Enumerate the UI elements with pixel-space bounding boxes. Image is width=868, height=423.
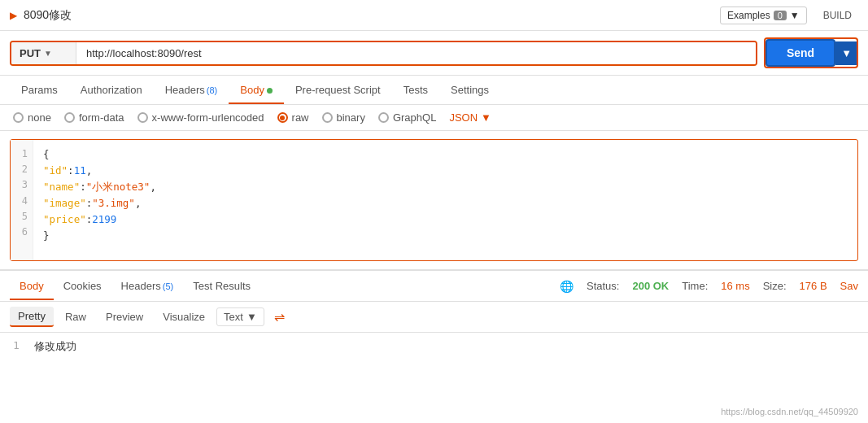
- method-dropdown-icon: ▼: [44, 49, 52, 58]
- time-label: Time:: [682, 280, 708, 292]
- status-label: Status:: [587, 280, 619, 292]
- response-content: 修改成功: [34, 339, 76, 354]
- radio-urlencoded-label: x-www-form-urlencoded: [152, 111, 264, 124]
- radio-binary-label: binary: [337, 111, 365, 124]
- send-button[interactable]: Send: [765, 39, 835, 67]
- tab-body[interactable]: Body: [229, 77, 284, 104]
- json-format-dropdown[interactable]: JSON ▼: [449, 111, 491, 124]
- view-preview-button[interactable]: Preview: [98, 307, 151, 326]
- url-bar: PUT ▼ Send ▼: [0, 31, 868, 76]
- tab-authorization[interactable]: Authorization: [69, 77, 154, 104]
- time-value: 16 ms: [721, 280, 749, 292]
- radio-graphql-label: GraphQL: [393, 111, 436, 124]
- send-dropdown-button[interactable]: ▼: [835, 41, 857, 65]
- word-wrap-button[interactable]: ⇌: [274, 309, 285, 325]
- tab-headers[interactable]: Headers(8): [154, 77, 229, 104]
- size-value: 176 B: [800, 280, 827, 292]
- resp-tab-body[interactable]: Body: [10, 273, 54, 300]
- resp-tab-cookies[interactable]: Cookies: [54, 273, 111, 300]
- expand-icon[interactable]: ▶: [10, 10, 17, 21]
- response-line-number: 1: [13, 339, 21, 351]
- resp-headers-badge: (5): [163, 281, 173, 291]
- tab-pre-request[interactable]: Pre-request Script: [284, 77, 392, 104]
- examples-button[interactable]: Examples 0 ▼: [720, 7, 807, 24]
- url-input-wrapper: PUT ▼: [10, 41, 757, 66]
- view-row: Pretty Raw Preview Visualize Text ▼ ⇌: [0, 302, 868, 333]
- build-button[interactable]: BUILD: [817, 7, 858, 24]
- tab-params[interactable]: Params: [10, 77, 69, 104]
- request-tabs: Params Authorization Headers(8) Body Pre…: [0, 76, 868, 105]
- radio-raw-circle: [277, 112, 288, 123]
- radio-binary-circle: [322, 112, 333, 123]
- json-format-label: JSON: [449, 111, 478, 124]
- examples-label: Examples: [727, 10, 770, 21]
- code-content[interactable]: { "id":11, "name":"小米note3", "image":"3.…: [33, 140, 166, 260]
- text-format-dropdown[interactable]: Text ▼: [216, 307, 264, 326]
- view-raw-button[interactable]: Raw: [57, 307, 94, 326]
- top-bar-left: ▶ 8090修改: [10, 8, 72, 23]
- send-button-wrapper: Send ▼: [764, 37, 858, 68]
- method-label: PUT: [20, 47, 41, 59]
- radio-raw-label: raw: [292, 111, 309, 124]
- radio-graphql-circle: [378, 112, 389, 123]
- view-visualize-button[interactable]: Visualize: [155, 307, 213, 326]
- view-pretty-button[interactable]: Pretty: [10, 307, 54, 327]
- method-selector[interactable]: PUT ▼: [11, 42, 76, 64]
- radio-form-data-circle: [64, 112, 75, 123]
- radio-none-circle: [13, 112, 24, 123]
- examples-badge: 0: [774, 11, 787, 20]
- radio-graphql[interactable]: GraphQL: [378, 111, 436, 124]
- save-response-button[interactable]: Sav: [840, 280, 858, 292]
- body-type-row: none form-data x-www-form-urlencoded raw…: [0, 105, 868, 131]
- globe-icon: 🌐: [560, 280, 574, 293]
- response-section: Body Cookies Headers(5) Test Results 🌐 S…: [0, 269, 868, 365]
- radio-binary[interactable]: binary: [322, 111, 365, 124]
- code-editor[interactable]: 1 2 3 4 5 6 { "id":11, "name":"小米note3",…: [10, 139, 858, 261]
- radio-form-data[interactable]: form-data: [64, 111, 124, 124]
- response-status-area: 🌐 Status: 200 OK Time: 16 ms Size: 176 B…: [560, 280, 858, 293]
- text-format-label: Text: [224, 311, 243, 323]
- radio-urlencoded-circle: [137, 112, 148, 123]
- top-bar-right: Examples 0 ▼ BUILD: [720, 7, 858, 24]
- url-input[interactable]: [76, 42, 756, 64]
- request-title: 8090修改: [24, 8, 72, 23]
- text-dropdown-icon: ▼: [246, 311, 257, 323]
- json-dropdown-icon: ▼: [481, 111, 491, 124]
- headers-badge: (8): [207, 85, 217, 95]
- status-value: 200 OK: [632, 280, 669, 292]
- line-numbers: 1 2 3 4 5 6: [11, 140, 33, 260]
- response-body: 1 修改成功: [0, 333, 868, 365]
- resp-tab-headers[interactable]: Headers(5): [111, 273, 184, 300]
- resp-tab-test-results[interactable]: Test Results: [183, 273, 260, 300]
- radio-form-data-label: form-data: [79, 111, 124, 124]
- top-bar: ▶ 8090修改 Examples 0 ▼ BUILD: [0, 0, 868, 31]
- radio-none[interactable]: none: [13, 111, 51, 124]
- tab-tests[interactable]: Tests: [392, 77, 439, 104]
- radio-raw[interactable]: raw: [277, 111, 309, 124]
- response-tabs-row: Body Cookies Headers(5) Test Results 🌐 S…: [0, 271, 868, 302]
- size-label: Size:: [763, 280, 787, 292]
- radio-urlencoded[interactable]: x-www-form-urlencoded: [137, 111, 264, 124]
- body-dot: [267, 88, 273, 94]
- tab-settings[interactable]: Settings: [439, 77, 500, 104]
- examples-dropdown-icon: ▼: [790, 10, 800, 21]
- radio-none-label: none: [28, 111, 51, 124]
